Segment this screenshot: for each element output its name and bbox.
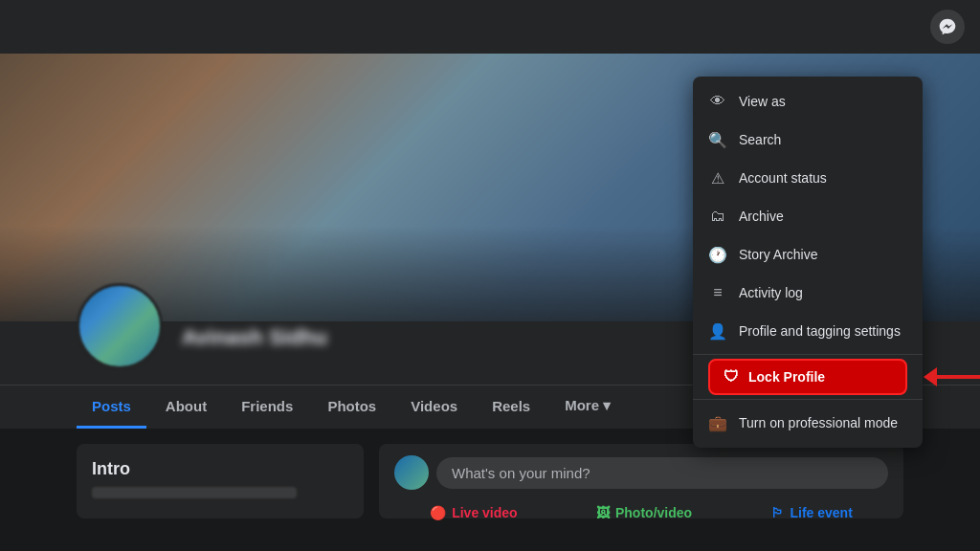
tab-photos[interactable]: Photos (312, 386, 391, 429)
dropdown-professional[interactable]: 💼 Turn on professional mode (693, 404, 923, 442)
dropdown-profile-tagging[interactable]: 👤 Profile and tagging settings (693, 312, 923, 350)
mini-avatar (394, 455, 429, 490)
story-archive-icon: 🕐 (708, 245, 727, 264)
post-input[interactable]: What's on your mind? (436, 457, 888, 489)
dropdown-divider2 (693, 399, 923, 400)
post-box: What's on your mind? 🔴 Live video 🖼 Phot… (379, 444, 903, 518)
messenger-button[interactable] (930, 10, 965, 44)
archive-icon: 🗂 (708, 207, 727, 226)
dropdown-divider (693, 354, 923, 355)
tab-friends[interactable]: Friends (226, 386, 308, 429)
intro-content (92, 487, 297, 498)
account-status-icon: ⚠ (708, 168, 727, 187)
photo-video-button[interactable]: 🖼 Photo/video (585, 499, 703, 526)
lock-profile-button[interactable]: 🛡 Lock Profile (708, 359, 907, 395)
arrow-shaft (937, 375, 980, 379)
profile-tagging-icon: 👤 (708, 321, 727, 341)
topbar (0, 0, 980, 54)
profile-name: Avinash Sidhu (182, 325, 327, 350)
lock-profile-item: 🛡 Lock Profile (693, 359, 923, 395)
dropdown-archive[interactable]: 🗂 Archive (693, 197, 923, 235)
tab-posts[interactable]: Posts (77, 386, 146, 429)
dropdown-search[interactable]: 🔍 Search (693, 121, 923, 159)
photo-icon: 🖼 (596, 505, 610, 520)
tab-about[interactable]: About (150, 386, 222, 429)
dropdown-story-archive[interactable]: 🕐 Story Archive (693, 235, 923, 274)
lock-icon: 🛡 (724, 368, 739, 386)
professional-icon: 💼 (708, 413, 727, 432)
life-event-button[interactable]: 🏳 Life event (759, 499, 863, 526)
tab-reels[interactable]: Reels (477, 386, 546, 429)
intro-title: Intro (92, 459, 348, 479)
avatar (77, 283, 163, 369)
search-icon: 🔍 (708, 130, 727, 149)
post-actions: 🔴 Live video 🖼 Photo/video 🏳 Life event (394, 499, 888, 526)
post-input-row: What's on your mind? (394, 455, 888, 490)
view-as-icon: 👁 (708, 92, 727, 111)
dropdown-activity-log[interactable]: ≡ Activity log (693, 274, 923, 312)
activity-log-icon: ≡ (708, 283, 727, 302)
tab-videos[interactable]: Videos (395, 386, 473, 429)
dropdown-view-as[interactable]: 👁 View as (693, 82, 923, 121)
lock-profile-arrow (924, 367, 980, 386)
arrow-head (924, 367, 937, 386)
intro-card: Intro (77, 444, 364, 518)
live-icon: 🔴 (430, 505, 446, 520)
tab-more[interactable]: More ▾ (549, 386, 626, 429)
dropdown-menu: 👁 View as 🔍 Search ⚠ Account status 🗂 Ar… (693, 77, 923, 448)
dropdown-account-status[interactable]: ⚠ Account status (693, 159, 923, 197)
avatar-container (77, 283, 163, 369)
event-icon: 🏳 (770, 505, 784, 520)
live-video-button[interactable]: 🔴 Live video (418, 499, 528, 526)
